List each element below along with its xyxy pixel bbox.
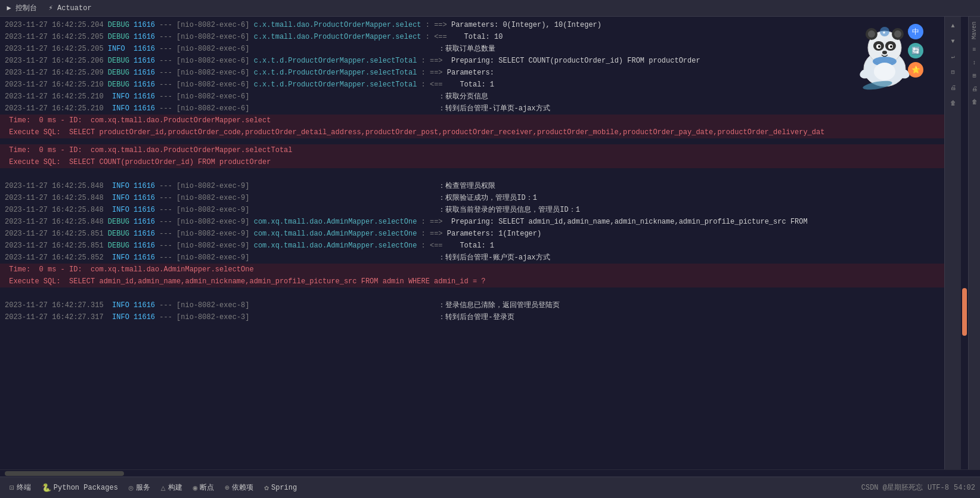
mascot-btn-1[interactable]: 中 xyxy=(908,24,923,39)
maven-icon-3[interactable]: ⊞ xyxy=(969,70,980,81)
console-icon: ▶ xyxy=(5,4,13,13)
python-icon: 🐍 xyxy=(42,483,51,493)
bottom-toolbar: ⊡ 终端 🐍 Python Packages ◎ 服务 △ 构建 ◉ 断点 ⊕ … xyxy=(0,477,980,498)
log-line: 2023-11-27 16:42:25.848 INFO 11616 --- [… xyxy=(0,180,944,192)
scroll-up-button[interactable]: ▲ xyxy=(947,19,960,32)
maven-label: Maven xyxy=(971,19,978,42)
python-packages-label: Python Packages xyxy=(54,484,118,492)
svg-point-11 xyxy=(890,45,892,48)
log-line: 2023-11-27 16:42:27.315 INFO 11616 --- [… xyxy=(0,299,944,311)
log-group-1: 2023-11-27 16:42:25.204 DEBUG 11616 --- … xyxy=(0,19,944,115)
bottom-right-info: CSDN @星期胚死忘 UTF-8 54:02 xyxy=(861,482,975,493)
log-line: 2023-11-27 16:42:25.210 DEBUG 11616 --- … xyxy=(0,79,944,91)
user-label: CSDN @星期胚死忘 xyxy=(861,482,923,493)
services-icon: ◎ xyxy=(129,483,134,493)
red-log-line: Time: 0 ms - ID: com.xq.tmall.dao.Produc… xyxy=(0,144,944,156)
actuator-tab[interactable]: ⚡ Actuator xyxy=(46,4,92,13)
filter-button[interactable]: ⊟ xyxy=(947,66,960,79)
maven-icon-5[interactable]: 🗑 xyxy=(969,97,980,107)
title-bar: ▶ 控制台 ⚡ Actuator xyxy=(0,0,980,17)
red-log-line: Execute SQL: SELECT productOrder_id,prod… xyxy=(0,126,944,138)
log-line: 2023-11-27 16:42:27.317 INFO 11616 --- [… xyxy=(0,311,944,323)
scrollbar-thumb[interactable] xyxy=(962,288,967,336)
python-packages-button[interactable]: 🐍 Python Packages xyxy=(37,481,123,495)
log-gap xyxy=(0,174,944,180)
services-label: 服务 xyxy=(136,482,150,493)
horizontal-scroll-area[interactable] xyxy=(0,469,980,477)
terminal-icon: ⊡ xyxy=(10,483,14,493)
print-button[interactable]: 🖨 xyxy=(947,81,960,94)
svg-point-10 xyxy=(878,45,880,48)
log-group-4: 2023-11-27 16:42:27.315 INFO 11616 --- [… xyxy=(0,299,944,323)
red-log-line: Time: 0 ms - ID: com.xq.tmall.dao.AdminM… xyxy=(0,264,944,276)
svg-point-5 xyxy=(894,30,901,38)
wrap-button[interactable]: ↵ xyxy=(947,50,960,63)
log-line: 2023-11-27 16:42:25.209 DEBUG 11616 --- … xyxy=(0,67,944,79)
right-panel: ▲ ▼ ↵ ⊟ 🖨 🗑 xyxy=(944,17,961,469)
svg-text:★: ★ xyxy=(882,29,886,36)
log-line: 2023-11-27 16:42:25.210 INFO 11616 --- [… xyxy=(0,103,944,115)
actuator-icon: ⚡ xyxy=(46,4,55,13)
build-icon: △ xyxy=(161,483,166,493)
scroll-down-button[interactable]: ▼ xyxy=(947,35,960,48)
log-line: 2023-11-27 16:42:25.205 DEBUG 11616 --- … xyxy=(0,31,944,43)
log-line: 2023-11-27 16:42:25.851 DEBUG 11616 --- … xyxy=(0,240,944,252)
console-label: 控制台 xyxy=(15,3,37,13)
log-line: 2023-11-27 16:42:25.204 DEBUG 11616 --- … xyxy=(0,19,944,31)
red-log-line: Execute SQL: SELECT admin_id,admin_name,… xyxy=(0,276,944,287)
log-group-3: 2023-11-27 16:42:25.848 INFO 11616 --- [… xyxy=(0,180,944,264)
terminal-label: 终端 xyxy=(17,482,31,493)
breakpoints-label: 断点 xyxy=(200,482,214,493)
log-line: 2023-11-27 16:42:25.851 DEBUG 11616 --- … xyxy=(0,228,944,240)
vertical-scrollbar[interactable] xyxy=(961,17,968,469)
dependencies-icon: ⊕ xyxy=(225,483,230,493)
log-line: 2023-11-27 16:42:25.206 DEBUG 11616 --- … xyxy=(0,55,944,67)
red-log-line: Execute SQL: SELECT COUNT(productOrder_i… xyxy=(0,156,944,168)
terminal-button[interactable]: ⊡ 终端 xyxy=(5,480,36,495)
log-gap xyxy=(0,293,944,299)
delete-button[interactable]: 🗑 xyxy=(947,97,960,110)
services-button[interactable]: ◎ 服务 xyxy=(124,480,155,495)
log-line: 2023-11-27 16:42:25.205 INFO 11616 --- [… xyxy=(0,43,944,55)
log-line: 2023-11-27 16:42:25.210 INFO 11616 --- [… xyxy=(0,91,944,103)
build-label: 构建 xyxy=(168,482,182,493)
log-gap xyxy=(0,287,944,293)
far-right-panel: Maven ≡ ↕ ⊞ 🖨 🗑 xyxy=(968,17,980,469)
log-gap xyxy=(0,138,944,144)
log-gap xyxy=(0,168,944,174)
mascot-buttons: 中 🔄 ⭐ xyxy=(908,24,923,78)
maven-icon-2[interactable]: ↕ xyxy=(969,57,980,68)
log-line: 2023-11-27 16:42:25.852 INFO 11616 --- [… xyxy=(0,252,944,264)
dependencies-label: 依赖项 xyxy=(232,482,253,493)
encoding-label: UTF-8 xyxy=(928,484,949,492)
log-line: 2023-11-27 16:42:25.848 DEBUG 11616 --- … xyxy=(0,216,944,228)
maven-icon-4[interactable]: 🖨 xyxy=(969,83,980,94)
spring-label: Spring xyxy=(271,484,297,492)
actuator-label: Actuator xyxy=(57,4,92,13)
mascot-area: ★ 中 🔄 ⭐ xyxy=(846,18,923,95)
log-line: 2023-11-27 16:42:25.848 INFO 11616 --- [… xyxy=(0,192,944,204)
spring-button[interactable]: ✿ Spring xyxy=(259,481,302,495)
dependencies-button[interactable]: ⊕ 依赖项 xyxy=(220,480,258,495)
spring-icon: ✿ xyxy=(264,483,269,493)
log-line: 2023-11-27 16:42:25.848 INFO 11616 --- [… xyxy=(0,204,944,216)
main-area: ★ 中 🔄 ⭐ 2023-11-27 16:42:25.204 DEBUG 11… xyxy=(0,17,980,469)
mascot-btn-3[interactable]: ⭐ xyxy=(908,62,923,78)
svg-point-4 xyxy=(868,30,875,38)
console-area[interactable]: ★ 中 🔄 ⭐ 2023-11-27 16:42:25.204 DEBUG 11… xyxy=(0,17,944,469)
mascot-btn-2[interactable]: 🔄 xyxy=(908,43,923,58)
maven-icon-1[interactable]: ≡ xyxy=(969,44,980,55)
horizontal-scrollbar-thumb[interactable] xyxy=(5,471,124,476)
breakpoints-icon: ◉ xyxy=(193,483,198,493)
svg-point-12 xyxy=(882,51,887,54)
breakpoints-button[interactable]: ◉ 断点 xyxy=(188,480,219,495)
console-tab[interactable]: ▶ 控制台 xyxy=(5,3,37,13)
line-col-label: 54:02 xyxy=(954,484,975,492)
svg-point-16 xyxy=(874,63,895,81)
build-button[interactable]: △ 构建 xyxy=(156,480,187,495)
red-log-line: Time: 0 ms - ID: com.xq.tmall.dao.Produc… xyxy=(0,115,944,126)
